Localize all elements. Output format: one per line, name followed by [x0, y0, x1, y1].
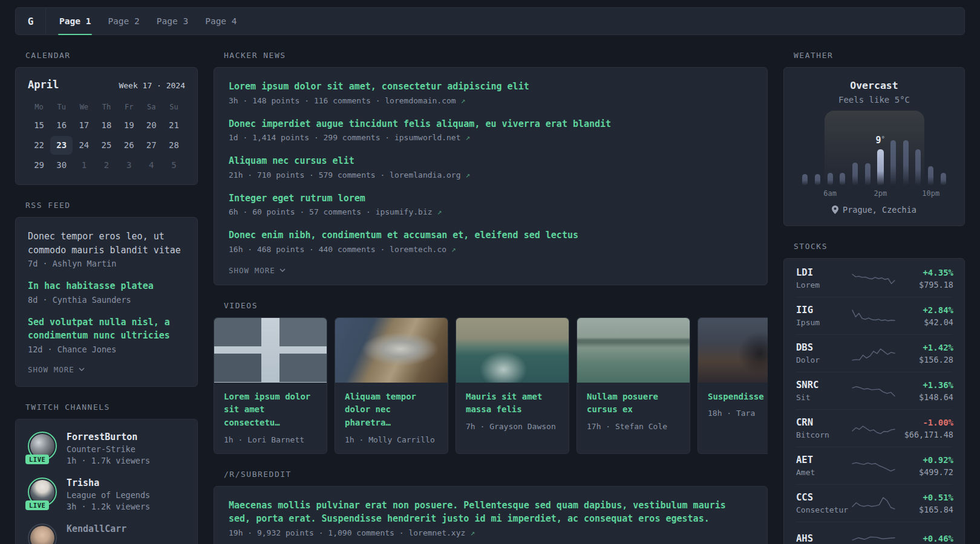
videos-section: VIDEOS Lorem ipsum dolor sit amet consec…: [214, 301, 768, 454]
page-tabs: Page 1Page 2Page 3Page 4: [51, 8, 246, 34]
stock-row[interactable]: DBSDolor+1.42%$156.28: [796, 334, 952, 372]
stock-row[interactable]: IIGIpsum+2.84%$42.04: [796, 297, 952, 334]
calendar-day: 24: [73, 136, 95, 155]
external-link-icon: ↗: [465, 133, 470, 142]
video-title[interactable]: Mauris sit amet massa felis: [466, 390, 559, 416]
calendar-day-name: Su: [163, 99, 185, 115]
stock-row[interactable]: AHS+0.46%: [796, 522, 952, 544]
stocks-card: LDILorem+4.35%$795.18IIGIpsum+2.84%$42.0…: [783, 258, 965, 544]
video-thumbnail[interactable]: [456, 318, 569, 383]
chevron-down-icon: [279, 268, 286, 272]
rss-item-title[interactable]: Donec tempor eros leo, ut commodo mauris…: [28, 230, 185, 257]
weather-bar: [928, 166, 933, 186]
post-domain-link[interactable]: ipsumworld.net ↗: [394, 133, 470, 142]
show-more-button[interactable]: SHOW MORE: [229, 266, 753, 275]
video-title[interactable]: Aliquam tempor dolor nec pharetra…: [345, 390, 438, 430]
video-thumbnail[interactable]: [698, 318, 768, 383]
twitch-channel-category: Counter-Strike: [67, 444, 150, 454]
twitch-channel-row[interactable]: LIVETrishaLeague of Legends3h · 1.2k vie…: [28, 478, 185, 511]
stock-row[interactable]: CRNBitcorn-1.00%$66,171.48: [796, 409, 952, 447]
rss-item-meta: 12d · Chance Jones: [28, 345, 185, 354]
avatar[interactable]: [28, 523, 57, 544]
live-badge: LIVE: [25, 500, 49, 510]
twitch-channel-row[interactable]: LIVEForrestBurtonCounter-Strike1h · 1.7k…: [28, 432, 185, 465]
post-domain-link[interactable]: loremlandia.org ↗: [390, 170, 470, 180]
hackernews-item-title[interactable]: Integer eget rutrum lorem: [229, 192, 365, 206]
avatar[interactable]: LIVE: [28, 432, 57, 461]
video-title[interactable]: Nullam posuere cursus ex: [587, 390, 680, 416]
post-domain-link[interactable]: loremnet.xyz ↗: [408, 528, 475, 537]
post-domain-link[interactable]: loremtech.co ↗: [390, 245, 456, 254]
calendar-day: 17: [73, 116, 95, 135]
twitch-channel-name[interactable]: ForrestBurton: [67, 432, 150, 442]
video-meta: 18h · Tara: [708, 409, 768, 418]
videos-row: Lorem ipsum dolor sit amet consectetu…1h…: [214, 317, 768, 454]
weather-current-temp: 9°: [876, 135, 886, 146]
calendar-day: 30: [50, 156, 73, 175]
tab-page-3[interactable]: Page 3: [148, 8, 197, 34]
stock-change: +2.84%: [895, 305, 953, 315]
avatar-image: [30, 526, 54, 544]
show-more-button[interactable]: SHOW MORE: [28, 365, 185, 374]
post-domain-link[interactable]: loremdomain.com ↗: [385, 96, 465, 105]
twitch-channel-meta: 1h · 1.7k viewers: [67, 456, 150, 465]
app-logo[interactable]: G: [16, 8, 46, 34]
tab-page-2[interactable]: Page 2: [99, 8, 148, 34]
rss-item-title[interactable]: Sed volutpat nulla nisl, a condimentum n…: [28, 316, 185, 343]
video-meta: 1h · Molly Carrillo: [345, 435, 438, 444]
hackernews-item: Integer eget rutrum lorem6h · 60 points …: [229, 192, 753, 217]
stock-row[interactable]: CCSConsectetur+0.51%$165.84: [796, 484, 952, 522]
stock-sparkline: [852, 307, 895, 325]
hackernews-item: Donec imperdiet augue tincidunt felis al…: [229, 117, 753, 143]
hackernews-card: Lorem ipsum dolor sit amet, consectetur …: [214, 67, 768, 285]
video-thumbnail[interactable]: [214, 318, 327, 383]
twitch-channel-row[interactable]: KendallCarr: [28, 523, 185, 544]
hackernews-item-title[interactable]: Aliquam nec cursus elit: [229, 154, 354, 168]
video-thumbnail[interactable]: [577, 318, 690, 383]
calendar-day-name: Tu: [50, 99, 73, 115]
post-meta: 21h · 710 points · 579 comments · loreml…: [229, 170, 753, 180]
subreddit-post-title[interactable]: Maecenas mollis pulvinar erat non posuer…: [229, 499, 753, 526]
video-card[interactable]: Mauris sit amet massa felis7h · Grayson …: [456, 317, 569, 454]
stock-row[interactable]: SNRCSit+1.36%$148.64: [796, 372, 952, 409]
right-column: WEATHER Overcast Feels like 5°C 6am9°2pm…: [783, 51, 965, 544]
video-title[interactable]: Suspendisse diam: [708, 390, 768, 404]
calendar-day-name: We: [73, 99, 95, 115]
weather-bar-column: 10pm: [924, 113, 937, 198]
rss-item: Sed volutpat nulla nisl, a condimentum n…: [28, 316, 185, 354]
video-title[interactable]: Lorem ipsum dolor sit amet consectetu…: [224, 390, 317, 430]
rss-header: RSS FEED: [25, 201, 198, 210]
subreddit-post: Maecenas mollis pulvinar erat non posuer…: [229, 499, 753, 537]
video-card[interactable]: Aliquam tempor dolor nec pharetra…1h · M…: [335, 317, 448, 454]
video-card[interactable]: Suspendisse diam18h · Tara: [697, 317, 768, 454]
stock-row[interactable]: LDILorem+4.35%$795.18: [796, 260, 952, 297]
avatar[interactable]: LIVE: [28, 478, 57, 507]
hackernews-item-title[interactable]: Lorem ipsum dolor sit amet, consectetur …: [229, 80, 529, 94]
stock-row[interactable]: AETAmet+0.92%$499.72: [796, 447, 952, 484]
weather-feels-like: Feels like 5°C: [795, 95, 953, 105]
hackernews-item-title[interactable]: Donec imperdiet augue tincidunt felis al…: [229, 117, 611, 131]
calendar-day: 19: [118, 116, 140, 135]
stock-sparkline: [852, 345, 895, 363]
weather-bar-column: [887, 113, 900, 198]
post-domain-link[interactable]: ipsumify.biz ↗: [376, 207, 442, 216]
calendar-day: 20: [140, 116, 163, 135]
video-card[interactable]: Lorem ipsum dolor sit amet consectetu…1h…: [214, 317, 327, 454]
twitch-header: TWITCH CHANNELS: [25, 403, 198, 412]
tab-page-4[interactable]: Page 4: [197, 8, 245, 34]
calendar-card: April Week 17 · 2024 MoTuWeThFrSaSu15161…: [15, 67, 198, 185]
twitch-channel-name[interactable]: Trisha: [67, 478, 150, 488]
rss-item-meta: 8d · Cynthia Saunders: [28, 295, 185, 305]
stock-price: $499.72: [895, 467, 953, 477]
video-card[interactable]: Nullam posuere cursus ex17h · Stefan Col…: [577, 317, 690, 454]
video-thumbnail[interactable]: [335, 318, 448, 383]
tab-page-1[interactable]: Page 1: [51, 8, 99, 34]
stock-change: +0.51%: [895, 493, 953, 502]
rss-section: RSS FEED Donec tempor eros leo, ut commo…: [15, 201, 198, 387]
weather-bar-column: [937, 113, 950, 198]
hackernews-item-title[interactable]: Donec enim nibh, condimentum et accumsan…: [229, 228, 578, 242]
rss-item: In hac habitasse platea8d · Cynthia Saun…: [28, 279, 185, 305]
rss-item-title[interactable]: In hac habitasse platea: [28, 279, 185, 293]
external-link-icon: ↗: [461, 96, 466, 105]
twitch-channel-name[interactable]: KendallCarr: [67, 523, 126, 534]
